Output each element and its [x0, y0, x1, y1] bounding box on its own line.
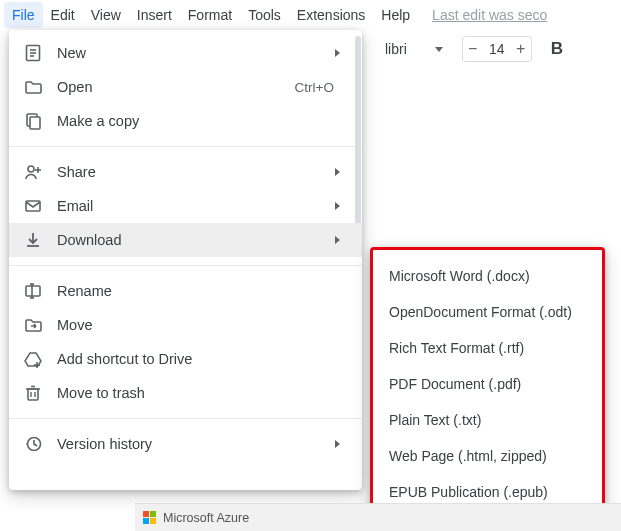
menu-help[interactable]: Help	[373, 2, 418, 28]
download-html[interactable]: Web Page (.html, zipped)	[373, 438, 602, 474]
menu-item-version-history[interactable]: Version history	[9, 427, 362, 461]
menu-item-shortcut: Ctrl+O	[295, 80, 334, 95]
menu-item-new[interactable]: New	[9, 36, 362, 70]
menu-item-move-to-trash[interactable]: Move to trash	[9, 376, 362, 410]
menu-item-share[interactable]: Share	[9, 155, 362, 189]
menu-file[interactable]: File	[4, 2, 43, 28]
menu-insert[interactable]: Insert	[129, 2, 180, 28]
folder-icon	[23, 77, 43, 97]
menu-item-label: Rename	[57, 283, 346, 299]
menu-item-move[interactable]: Move	[9, 308, 362, 342]
drive-plus-icon	[23, 349, 43, 369]
last-edit-link[interactable]: Last edit was seco	[432, 7, 547, 23]
menu-item-download[interactable]: Download	[9, 223, 362, 257]
menu-item-label: Share	[57, 164, 335, 180]
menu-item-add-shortcut[interactable]: Add shortcut to Drive	[9, 342, 362, 376]
menu-extensions[interactable]: Extensions	[289, 2, 373, 28]
menu-tools[interactable]: Tools	[240, 2, 289, 28]
chevron-right-icon	[335, 168, 340, 176]
download-txt[interactable]: Plain Text (.txt)	[373, 402, 602, 438]
font-size-value[interactable]: 14	[483, 41, 511, 57]
menu-item-label: Email	[57, 198, 335, 214]
history-icon	[23, 434, 43, 454]
download-rtf[interactable]: Rich Text Format (.rtf)	[373, 330, 602, 366]
doc-plus-icon	[23, 43, 43, 63]
menu-separator	[9, 418, 362, 419]
menu-item-label: Version history	[57, 436, 335, 452]
rename-icon	[23, 281, 43, 301]
menu-item-label: Add shortcut to Drive	[57, 351, 346, 367]
menu-item-make-a-copy[interactable]: Make a copy	[9, 104, 362, 138]
menu-item-email[interactable]: Email	[9, 189, 362, 223]
taskbar: Microsoft Azure	[135, 503, 621, 531]
menu-edit[interactable]: Edit	[43, 2, 83, 28]
menu-item-label: New	[57, 45, 335, 61]
menu-item-label: Make a copy	[57, 113, 346, 129]
microsoft-logo-icon	[143, 511, 157, 525]
chevron-right-icon	[335, 49, 340, 57]
font-name-dropdown[interactable]: libri	[376, 36, 452, 62]
trash-icon	[23, 383, 43, 403]
download-submenu: Microsoft Word (.docx) OpenDocument Form…	[370, 247, 605, 521]
menu-item-label: Download	[57, 232, 335, 248]
font-size-increase[interactable]: +	[511, 37, 531, 61]
menu-item-open[interactable]: Open Ctrl+O	[9, 70, 362, 104]
menu-item-label: Move	[57, 317, 346, 333]
chevron-right-icon	[335, 202, 340, 210]
menubar: File Edit View Insert Format Tools Exten…	[0, 0, 621, 30]
menu-item-label: Move to trash	[57, 385, 346, 401]
menu-separator	[9, 265, 362, 266]
file-menu-dropdown: New Open Ctrl+O Make a copy Share Email …	[9, 30, 362, 490]
download-pdf[interactable]: PDF Document (.pdf)	[373, 366, 602, 402]
menu-format[interactable]: Format	[180, 2, 240, 28]
chevron-right-icon	[335, 440, 340, 448]
download-docx[interactable]: Microsoft Word (.docx)	[373, 258, 602, 294]
mail-icon	[23, 196, 43, 216]
font-name-value: libri	[385, 41, 407, 57]
menu-view[interactable]: View	[83, 2, 129, 28]
menu-separator	[9, 146, 362, 147]
font-size-stepper: − 14 +	[462, 36, 532, 62]
taskbar-app-label[interactable]: Microsoft Azure	[163, 511, 249, 525]
person-plus-icon	[23, 162, 43, 182]
menu-item-rename[interactable]: Rename	[9, 274, 362, 308]
menu-item-label: Open	[57, 79, 295, 95]
chevron-down-icon	[435, 47, 443, 52]
download-odt[interactable]: OpenDocument Format (.odt)	[373, 294, 602, 330]
move-icon	[23, 315, 43, 335]
chevron-right-icon	[335, 236, 340, 244]
bold-button[interactable]: B	[544, 36, 570, 62]
font-size-decrease[interactable]: −	[463, 37, 483, 61]
copy-icon	[23, 111, 43, 131]
download-icon	[23, 230, 43, 250]
